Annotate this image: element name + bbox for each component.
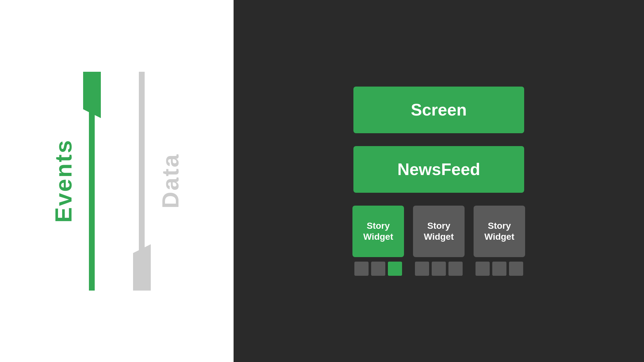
mini-block-1-3 — [388, 262, 402, 276]
story-widget-2: StoryWidget — [413, 206, 465, 257]
story-widget-1: StoryWidget — [352, 206, 404, 257]
mini-block-1-2 — [371, 262, 385, 276]
story-widget-group-2: StoryWidget — [413, 206, 465, 276]
newsfeed-box: NewsFeed — [353, 146, 524, 193]
events-arrow-up-icon — [83, 72, 101, 291]
mini-block-2-2 — [432, 262, 446, 276]
data-label: Data — [157, 153, 184, 209]
data-arrow-down-icon — [133, 72, 151, 291]
left-content: Events — [50, 69, 184, 294]
story-widget-2-label: StoryWidget — [424, 220, 454, 242]
story-widgets-container: StoryWidget StoryWidget — [352, 206, 525, 276]
data-arrow-group: Data — [133, 69, 184, 294]
story-widget-3-mini-blocks — [476, 262, 523, 276]
screen-box: Screen — [353, 87, 524, 133]
events-label: Events — [50, 139, 77, 223]
right-panel: Screen NewsFeed StoryWidget — [234, 0, 644, 362]
story-widget-1-mini-blocks — [354, 262, 402, 276]
svg-marker-2 — [85, 73, 98, 89]
mini-block-3-3 — [509, 262, 523, 276]
mini-block-1-1 — [354, 262, 369, 276]
story-widget-3-label: StoryWidget — [484, 220, 514, 242]
newsfeed-row: NewsFeed — [259, 146, 618, 193]
mini-block-2-3 — [448, 262, 463, 276]
story-widget-group-1: StoryWidget — [352, 206, 404, 276]
newsfeed-label: NewsFeed — [397, 160, 480, 179]
events-arrow-group: Events — [50, 69, 101, 294]
story-widget-3: StoryWidget — [474, 206, 525, 257]
story-widget-group-3: StoryWidget — [474, 206, 525, 276]
screen-row: Screen — [259, 87, 618, 133]
left-panel: Events — [0, 0, 234, 362]
mini-block-2-1 — [415, 262, 429, 276]
story-widgets-row: StoryWidget StoryWidget — [259, 206, 618, 276]
mini-block-3-2 — [492, 262, 506, 276]
mini-block-3-1 — [476, 262, 490, 276]
screen-label: Screen — [411, 100, 466, 119]
story-widget-1-label: StoryWidget — [363, 220, 393, 242]
svg-marker-5 — [135, 273, 148, 289]
story-widget-2-mini-blocks — [415, 262, 463, 276]
